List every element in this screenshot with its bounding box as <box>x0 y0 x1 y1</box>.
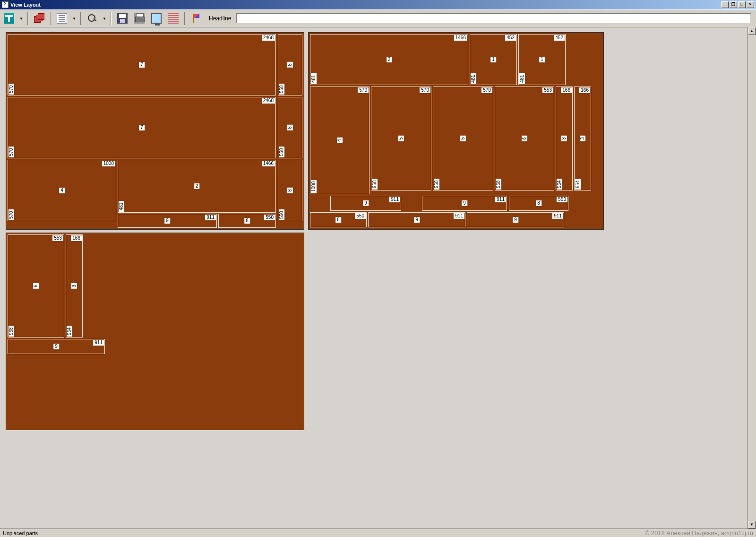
separator <box>80 12 81 25</box>
close-button[interactable]: × <box>747 1 754 8</box>
separator <box>111 12 112 25</box>
tool-t-dropdown[interactable]: ▼ <box>19 17 24 21</box>
piece-width-label: 550 <box>264 215 275 220</box>
piece-height-label: 968 <box>434 179 439 190</box>
document-button[interactable] <box>55 11 69 26</box>
piece-width-label: 570 <box>420 87 430 93</box>
tool-t-button[interactable] <box>2 11 16 26</box>
flag-icon <box>191 13 201 24</box>
title-bar: View Layout _ ❐ □ × <box>0 0 756 9</box>
sheet[interactable]: 2468570755082468570755081000570414664812… <box>6 32 304 230</box>
piece-id-label: 3 <box>561 136 567 141</box>
piece-width-label: 553 <box>52 235 63 241</box>
piece[interactable]: 5508 <box>310 212 367 227</box>
piece-id-label: 9 <box>363 200 369 206</box>
piece-id-label: 8 <box>287 62 293 68</box>
document-icon <box>57 13 67 24</box>
piece[interactable]: 5508 <box>218 214 276 228</box>
piece-id-label: 6 <box>522 136 527 141</box>
piece[interactable]: 5539686 <box>495 87 554 191</box>
piece-width-label: 1000 <box>102 161 115 166</box>
piece-height-label: 570 <box>9 84 14 95</box>
piece[interactable]: 1669643 <box>574 87 591 191</box>
save-icon <box>117 13 128 24</box>
piece[interactable]: 24685707 <box>8 34 276 95</box>
piece[interactable]: 9119 <box>118 214 217 228</box>
status-text: Unplaced parts <box>3 530 38 536</box>
piece[interactable]: 9119 <box>467 212 564 227</box>
piece-width-label: 570 <box>481 87 492 93</box>
scroll-down-button[interactable]: ▼ <box>748 521 756 528</box>
piece-id-label: 2 <box>387 57 392 62</box>
piece[interactable]: 10005704 <box>8 160 116 221</box>
piece-width-label: 911 <box>495 197 506 202</box>
layout-canvas[interactable]: 2468570755082468570755081000570414664812… <box>0 27 747 528</box>
print-button[interactable] <box>132 11 146 26</box>
piece-height-label: 550 <box>279 147 284 157</box>
piece-height-label: 1000 <box>311 180 317 193</box>
piece-width-label: 570 <box>358 87 369 93</box>
vertical-scrollbar[interactable]: ▲ ▼ <box>747 27 756 528</box>
grid-icon <box>168 13 179 24</box>
piece[interactable]: 5709685 <box>371 87 431 191</box>
monitor-button[interactable] <box>149 11 163 26</box>
piece-id-label: 9 <box>513 217 518 223</box>
piece[interactable]: 1669643 <box>66 234 83 338</box>
piece[interactable]: 9119 <box>368 212 465 227</box>
headline-input[interactable] <box>236 13 751 24</box>
piece[interactable]: 14664812 <box>118 160 276 213</box>
piece-id-label: 3 <box>71 283 77 289</box>
piece[interactable]: 9119 <box>8 339 105 354</box>
piece[interactable]: 4524811 <box>518 34 566 85</box>
piece[interactable]: 1669643 <box>556 87 573 191</box>
document-dropdown[interactable]: ▼ <box>72 17 77 21</box>
zoom-dropdown[interactable]: ▼ <box>102 17 107 21</box>
minimize-button[interactable]: _ <box>721 1 729 8</box>
zoom-button[interactable] <box>85 11 99 26</box>
save-button[interactable] <box>115 11 129 26</box>
piece[interactable]: 5508 <box>278 34 302 95</box>
piece-id-label: 7 <box>139 62 145 68</box>
piece[interactable]: 5508 <box>278 160 302 221</box>
piece-width-label: 1466 <box>454 35 467 41</box>
app-icon <box>2 1 9 8</box>
piece-width-label: 452 <box>505 35 516 41</box>
piece-id-label: 4 <box>59 188 65 193</box>
piece-width-label: 1466 <box>262 161 275 166</box>
stack-button[interactable] <box>32 11 46 26</box>
piece-id-label: 5 <box>460 136 466 141</box>
separator <box>50 12 51 25</box>
printer-icon <box>134 13 145 24</box>
maximize-button[interactable]: □ <box>738 1 746 8</box>
piece-id-label: 4 <box>337 138 343 143</box>
t-icon <box>4 13 14 24</box>
piece[interactable]: 5539686 <box>8 234 64 338</box>
piece-id-label: 3 <box>580 136 585 141</box>
restore-button[interactable]: ❐ <box>730 1 737 8</box>
piece-width-label: 911 <box>389 197 400 202</box>
piece-height-label: 481 <box>519 73 525 84</box>
flag-button[interactable] <box>189 11 203 26</box>
piece[interactable]: 24685707 <box>8 97 276 158</box>
piece-id-label: 8 <box>536 200 541 206</box>
piece[interactable]: 5508 <box>278 97 302 158</box>
piece-width-label: 166 <box>579 87 590 93</box>
piece-height-label: 964 <box>575 179 581 190</box>
sheet[interactable]: 1466481245248114524811570100045709685570… <box>308 32 604 230</box>
piece-width-label: 550 <box>355 213 366 219</box>
piece-id-label: 1 <box>490 57 496 62</box>
piece[interactable]: 9119 <box>422 196 507 211</box>
piece[interactable]: 5508 <box>509 196 568 211</box>
piece[interactable]: 9119 <box>330 196 401 211</box>
grid-button[interactable] <box>166 11 180 26</box>
piece-id-label: 9 <box>164 218 170 224</box>
piece-height-label: 481 <box>311 73 317 84</box>
piece[interactable]: 57010004 <box>310 87 369 194</box>
piece-height-label: 550 <box>279 209 284 220</box>
sheet[interactable]: 553968616696439119 <box>6 233 304 430</box>
piece[interactable]: 4524811 <box>470 34 517 85</box>
piece[interactable]: 5709685 <box>433 87 493 191</box>
piece[interactable]: 14664812 <box>310 34 468 85</box>
scroll-up-button[interactable]: ▲ <box>748 27 756 35</box>
piece-id-label: 7 <box>139 125 145 130</box>
